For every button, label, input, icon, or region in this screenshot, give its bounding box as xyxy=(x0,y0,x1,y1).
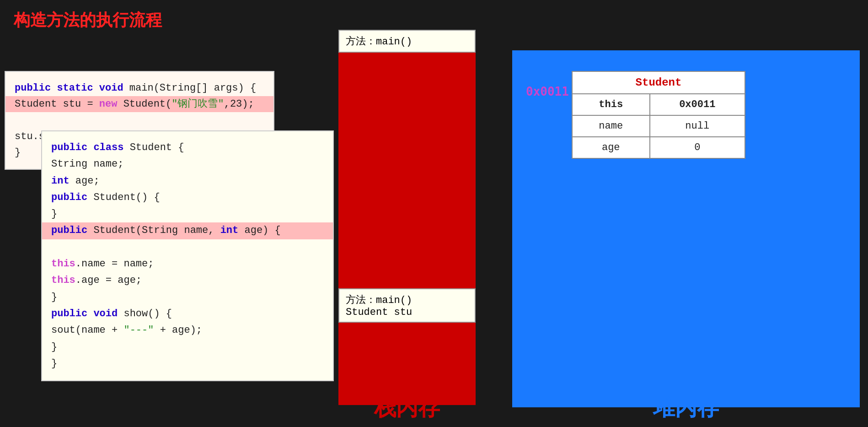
field-this: this xyxy=(572,94,650,115)
method-bottom-line1: 方法：main() xyxy=(346,293,468,307)
table-row-age: age 0 xyxy=(572,137,745,158)
class-name-header: Student xyxy=(572,71,745,94)
value-age: 0 xyxy=(650,137,745,158)
method-bottom-line2: Student stu xyxy=(346,307,468,318)
heap-label: 堆内存 xyxy=(512,393,860,422)
object-table: Student this 0x0011 name null age 0 xyxy=(572,71,745,159)
table-row-this: this 0x0011 xyxy=(572,94,745,115)
stack-label: 栈内存 xyxy=(338,393,476,422)
method-top-label: 方法：main() xyxy=(346,36,412,48)
student-constructor-highlight: public Student(String name, int age) { xyxy=(42,222,333,239)
method-box-bottom: 方法：main() Student stu xyxy=(338,288,476,323)
stack-area xyxy=(338,30,476,405)
student-object: 0x0011 Student this 0x0011 name null age… xyxy=(572,71,745,159)
code-panel-student: public class Student { String name; int … xyxy=(41,130,334,381)
main-line4: } xyxy=(15,147,21,158)
field-name: name xyxy=(572,115,650,137)
value-name: null xyxy=(650,115,745,137)
value-this: 0x0011 xyxy=(650,94,745,115)
table-row-name: name null xyxy=(572,115,745,137)
field-age: age xyxy=(572,137,650,158)
main-line2-highlight: Student stu = new Student("钢门吹雪",23); xyxy=(5,96,273,112)
page-title: 构造方法的执行流程 xyxy=(14,9,162,32)
method-box-top: 方法：main() xyxy=(338,30,476,53)
main-line1: public static void main(String[] args) { xyxy=(15,82,256,94)
heap-address: 0x0011 xyxy=(526,85,569,98)
